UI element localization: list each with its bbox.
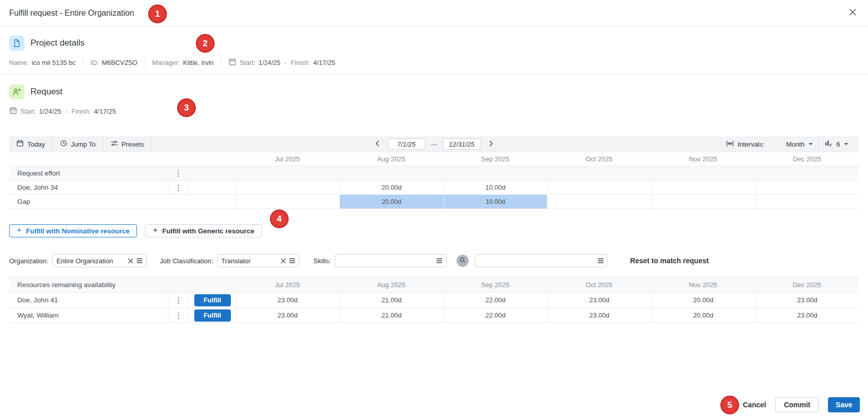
fulfill-actions-row: + Fulfill with Nominative resource + Ful… — [9, 224, 859, 237]
jump-to-label: Jump To — [71, 141, 96, 148]
organization-filter — [52, 254, 147, 267]
project-id-label: ID: — [90, 59, 99, 66]
month-header: Jul 2025 — [235, 152, 339, 166]
interval-width-icon — [726, 139, 734, 149]
project-details-title: Project details — [30, 38, 85, 48]
next-period-button[interactable] — [485, 138, 496, 151]
date-range-controls: — — [372, 138, 496, 151]
intervals-select[interactable]: Month — [786, 141, 813, 148]
organization-input[interactable] — [56, 257, 125, 265]
month-header: Oct 2025 — [547, 152, 651, 166]
request-start-label: Start: — [20, 108, 36, 115]
step-badge-4: 4 — [270, 209, 289, 228]
fulfill-nominative-button[interactable]: + Fulfill with Nominative resource — [9, 224, 137, 237]
request-meta-row: Start: 1/24/25 - Finish: 4/17/25 — [9, 106, 859, 116]
clear-icon[interactable] — [281, 258, 286, 264]
project-finish-value: 4/17/25 — [313, 59, 335, 66]
availability-cell: 21.00d — [339, 308, 443, 323]
gap-label: Gap — [9, 195, 235, 208]
fulfill-button[interactable]: Fulfill — [194, 309, 231, 322]
intervals-label: Intervals: — [738, 141, 765, 148]
effort-cell — [651, 181, 755, 194]
request-section: Request Start: 1/24/25 - Finish: 4/17/25 — [0, 75, 868, 123]
resource-search-input[interactable] — [479, 257, 595, 265]
gap-cell — [235, 195, 339, 208]
cancel-button[interactable]: Cancel — [743, 401, 766, 409]
list-icon[interactable] — [289, 258, 295, 264]
today-button[interactable]: Today — [9, 136, 53, 152]
presets-label: Presets — [122, 141, 144, 148]
month-header: Jul 2025 — [235, 277, 339, 292]
fulfill-button[interactable]: Fulfill — [194, 294, 231, 306]
range-end-input[interactable] — [443, 138, 480, 150]
chart-rows-select[interactable]: 6 — [837, 141, 848, 148]
previous-period-button[interactable] — [372, 138, 383, 151]
table-row: Wyat, William ⋮ Fulfill 23.00d 21.00d 22… — [9, 308, 859, 323]
list-icon[interactable] — [136, 258, 143, 264]
gap-row: Gap 20.00d 10.00d — [9, 195, 859, 209]
jump-to-button[interactable]: Jump To — [53, 136, 103, 152]
availability-cell: 22.00d — [443, 308, 547, 323]
sliders-icon — [111, 139, 118, 149]
skills-filter — [335, 254, 446, 267]
commit-button[interactable]: Commit — [775, 397, 819, 412]
clear-icon[interactable] — [128, 258, 133, 264]
resource-name: Wyat, William — [9, 308, 168, 323]
month-header: Aug 2025 — [339, 152, 443, 166]
resource-name: Doe, John 34 — [9, 181, 168, 194]
person-plus-icon — [9, 84, 24, 99]
list-icon[interactable] — [436, 258, 442, 264]
presets-button[interactable]: Presets — [103, 136, 152, 152]
availability-cell: 22.00d — [443, 293, 547, 307]
clock-icon — [60, 139, 67, 149]
resource-search-filter — [475, 254, 608, 267]
kebab-menu-icon[interactable]: ⋮ — [172, 310, 186, 320]
reset-to-match-request-button[interactable]: Reset to match request — [630, 257, 709, 265]
job-classification-label: Job Classification: — [160, 257, 213, 265]
month-header: Nov 2025 — [651, 152, 755, 166]
month-header: Sep 2025 — [443, 277, 547, 292]
save-button[interactable]: Save — [828, 397, 860, 412]
skills-input[interactable] — [339, 257, 433, 265]
range-dash: — — [430, 141, 438, 148]
calendar-icon — [228, 58, 236, 67]
organization-label: Organization: — [9, 257, 48, 265]
project-details-section: Project details Name: ico mil 5135 bc ID… — [0, 26, 868, 75]
interval-selected-value: Month — [786, 141, 805, 148]
close-icon — [849, 8, 857, 18]
table-row: Doe, John 41 ⋮ Fulfill 23.00d 21.00d 22.… — [9, 293, 859, 308]
effort-cell: 20.00d — [339, 181, 443, 194]
month-header: Dec 2025 — [755, 152, 859, 166]
resource-filters-row: Organization: Job Classification: Skills… — [9, 254, 859, 268]
step-badge-1: 1 — [148, 5, 167, 23]
chevron-left-icon — [374, 140, 381, 149]
availability-cell: 21.00d — [339, 293, 443, 307]
kebab-menu-icon[interactable]: ⋮ — [171, 168, 185, 178]
calendar-icon — [9, 107, 17, 116]
range-start-input[interactable] — [388, 138, 425, 150]
list-icon[interactable] — [598, 258, 604, 264]
availability-cell: 23.00d — [547, 308, 651, 323]
kebab-menu-icon[interactable]: ⋮ — [172, 183, 186, 192]
fulfill-nominative-label: Fulfill with Nominative resource — [26, 227, 129, 235]
availability-header-row: Resources remaining availability Jul 202… — [9, 277, 859, 293]
close-button[interactable] — [847, 6, 859, 20]
project-manager-label: Manager: — [152, 59, 180, 66]
skills-label: Skills: — [314, 257, 331, 265]
availability-table: Resources remaining availability Jul 202… — [9, 277, 859, 323]
plus-icon: + — [17, 226, 21, 235]
project-name-value: ico mil 5135 bc — [31, 59, 76, 66]
range-separator: - — [64, 108, 68, 115]
gap-cell — [755, 195, 859, 208]
project-finish-label: Finish: — [291, 59, 310, 66]
kebab-menu-icon[interactable]: ⋮ — [172, 295, 186, 305]
fulfill-generic-button[interactable]: + Fulfill with Generic resource — [145, 224, 262, 237]
month-header: Sep 2025 — [443, 152, 547, 166]
calendar-today-icon — [16, 139, 24, 149]
job-classification-input[interactable] — [221, 257, 277, 265]
effort-cell: 10.00d — [443, 181, 547, 194]
dialog-titlebar: Fulfill request - Entire Organization — [0, 0, 868, 26]
fulfill-generic-label: Fulfill with Generic resource — [162, 227, 255, 235]
search-button[interactable] — [457, 255, 469, 267]
plus-icon: + — [153, 226, 157, 235]
